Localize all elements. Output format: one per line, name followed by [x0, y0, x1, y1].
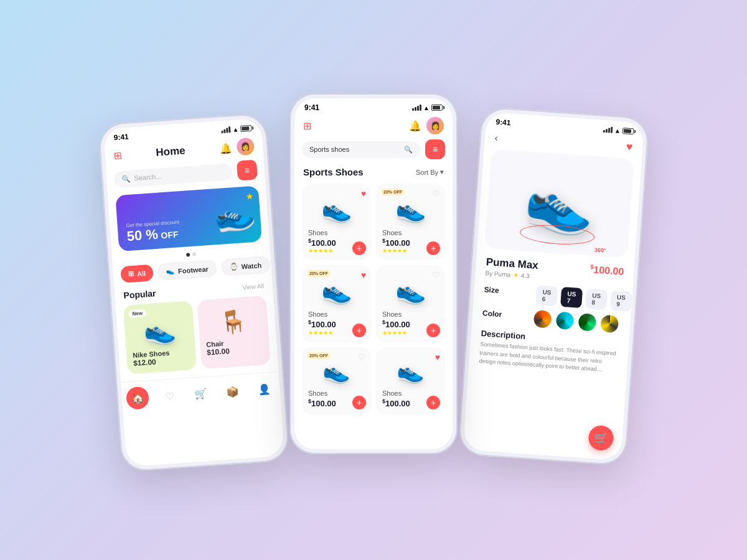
product-detail-image-area: 👟 360° — [484, 149, 634, 258]
header-icons-2: 🔔 👩 — [409, 117, 444, 134]
list-product-2[interactable]: 20% OFF ♡ 👟 Shoes $100.00 ★★★★★ + — [376, 184, 445, 260]
color-section: Color — [482, 306, 621, 333]
nav-home[interactable]: 🏠 — [126, 386, 149, 409]
product-card-2[interactable]: 🪑 Chair $10.00 — [197, 296, 270, 369]
list-product-6[interactable]: ♥ 👟 Shoes $100.00 + — [376, 347, 445, 414]
popular-products-grid: New 👟 Nike Shoes $12.00 🪑 Chair $10.00 — [116, 295, 279, 380]
phone-list: 9:41 ▲ ⊞ 🔔 — [289, 93, 458, 454]
list-product-name-1: Shoes — [308, 229, 365, 236]
search-value-display: Sports shoes — [309, 146, 349, 153]
phones-container: 9:41 ▲ ⊞ Home — [84, 75, 663, 485]
add-btn-3[interactable]: + — [352, 324, 366, 337]
status-time-2: 9:41 — [304, 103, 319, 112]
status-time-3: 9:41 — [496, 118, 511, 128]
list-title: Sports Shoes — [303, 167, 364, 177]
home-title: Home — [156, 144, 186, 159]
phone-list-screen: 9:41 ▲ ⊞ 🔔 — [294, 98, 453, 449]
size-options: US 6 US 7 US 8 US 9 — [535, 285, 632, 312]
category-all[interactable]: ⊞ All — [120, 264, 154, 283]
back-button[interactable]: ‹ — [494, 132, 499, 143]
search-icon-2: 🔍 — [404, 146, 413, 154]
size-us7[interactable]: US 7 — [560, 287, 583, 308]
product-card-1[interactable]: New 👟 Nike Shoes $12.00 — [123, 301, 197, 374]
cat-footwear-label: Footwear — [178, 265, 209, 274]
notification-icon-2[interactable]: 🔔 — [409, 120, 421, 132]
avatar[interactable]: 👩 — [236, 138, 255, 156]
color-teal[interactable] — [556, 311, 575, 330]
filter-button[interactable]: ≡ — [237, 159, 258, 180]
grid-icon-2[interactable]: ⊞ — [303, 120, 311, 132]
wifi-icon-2: ▲ — [423, 105, 430, 111]
list-product-3[interactable]: 20% OFF ♥ 👟 Shoes $100.00 ★★★★★ + — [302, 265, 371, 342]
signal-icon-3 — [603, 126, 613, 133]
nav-profile[interactable]: 👤 — [252, 377, 276, 401]
dot-2[interactable] — [192, 253, 196, 256]
cat-watch-label: Watch — [241, 261, 261, 270]
header-icons: 🔔 👩 — [218, 138, 255, 157]
color-orange[interactable] — [533, 310, 552, 329]
grid-icon[interactable]: ⊞ — [113, 149, 122, 162]
status-time-1: 9:41 — [113, 133, 129, 142]
filter-button-2[interactable]: ≡ — [425, 139, 445, 159]
add-btn-4[interactable]: + — [426, 324, 440, 337]
promo-banner[interactable]: Get the special discount 50 % OFF ★ 👟 — [115, 185, 262, 251]
sort-button[interactable]: Sort By ▾ — [416, 168, 444, 176]
phone-home-screen: 9:41 ▲ ⊞ Home — [103, 118, 284, 467]
phone-detail-screen: 9:41 ▲ ‹ ♥ — [463, 112, 644, 460]
shoe-cat-icon: 👟 — [166, 267, 176, 276]
color-yellow[interactable] — [601, 314, 619, 333]
avatar-2[interactable]: 👩 — [426, 117, 444, 134]
list-product-5[interactable]: 20% OFF ♡ 👟 Shoes $100.00 + — [302, 347, 371, 414]
popular-title: Popular — [123, 288, 156, 301]
brand-star-icon: ★ — [513, 271, 519, 279]
nav-cart[interactable]: 🛒 — [189, 381, 213, 405]
size-us6[interactable]: US 6 — [535, 285, 558, 306]
category-footwear[interactable]: 👟 Footwear — [157, 259, 217, 280]
nav-orders[interactable]: 📦 — [220, 380, 244, 403]
list-product-1[interactable]: ♥ 👟 Shoes $100.00 ★★★★★ + — [302, 184, 371, 260]
product-2-image: 🪑 — [204, 307, 263, 337]
color-green[interactable] — [578, 313, 597, 332]
color-label: Color — [482, 309, 502, 319]
product-img-4: 👟 — [382, 276, 439, 306]
battery-icon-2 — [431, 105, 443, 111]
product-img-3: 👟 — [308, 276, 365, 306]
status-icons-1: ▲ — [221, 124, 252, 133]
product-1-image: 👟 — [130, 314, 189, 348]
cart-fab-button[interactable]: 🛒 — [588, 425, 614, 452]
phone-home: 9:41 ▲ ⊞ Home — [98, 113, 289, 472]
sort-chevron-icon: ▾ — [440, 168, 444, 176]
favorite-button[interactable]: ♥ — [626, 141, 633, 154]
add-btn-5[interactable]: + — [352, 396, 366, 409]
size-label: Size — [484, 285, 499, 295]
rotation-360-label[interactable]: 360° — [594, 246, 606, 253]
search-input-list[interactable]: Sports shoes 🔍 — [302, 141, 420, 158]
detail-product-info: Puma Max $100.00 By Puma ★ 4.3 Size US 6 — [469, 253, 634, 378]
product-img-6: 👟 — [382, 358, 439, 385]
size-us8[interactable]: US 8 — [585, 289, 608, 310]
category-watch[interactable]: ⌚ Watch — [221, 256, 270, 276]
product-img-2: 👟 — [382, 195, 439, 224]
add-btn-6[interactable]: + — [426, 396, 440, 409]
cat-all-label: All — [137, 269, 146, 278]
brand-name: By Puma — [485, 269, 510, 278]
nav-favorites[interactable]: ♡ — [157, 384, 181, 408]
status-bar-2: 9:41 ▲ — [294, 98, 453, 114]
list-product-name-4: Shoes — [382, 310, 439, 318]
notification-icon[interactable]: 🔔 — [219, 142, 232, 154]
wifi-icon-1: ▲ — [232, 126, 239, 133]
battery-icon-1 — [240, 125, 252, 132]
header-list: ⊞ 🔔 👩 — [294, 114, 453, 139]
phone-detail: 9:41 ▲ ‹ ♥ — [458, 106, 649, 465]
search-placeholder: Search... — [134, 172, 162, 182]
filter-icon-2: ≡ — [433, 144, 438, 154]
list-product-name-3: Shoes — [308, 310, 365, 318]
size-us9[interactable]: US 9 — [610, 290, 632, 311]
view-all-link[interactable]: View All — [242, 282, 265, 291]
brand-rating: 4.3 — [521, 272, 530, 279]
list-product-name-2: Shoes — [382, 229, 439, 236]
sort-label: Sort By — [416, 169, 438, 176]
color-options — [533, 310, 619, 333]
dot-1[interactable] — [186, 253, 190, 256]
list-product-4[interactable]: ♡ 👟 Shoes $100.00 ★★★★★ + — [376, 265, 445, 342]
